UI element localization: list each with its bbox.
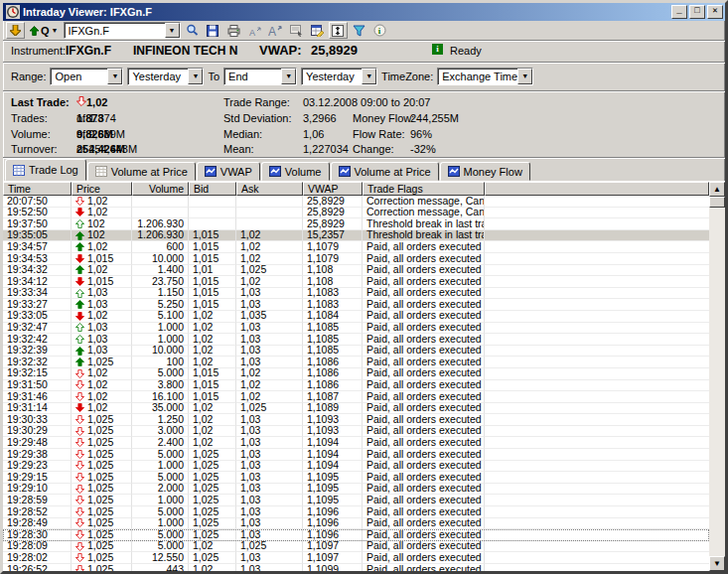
table-row[interactable]: 19:28:491,0251.0001,0251,031,1096Paid, a…: [3, 518, 709, 530]
titlebar[interactable]: Intraday Viewer: IFXGn.F _ □ ✕: [3, 3, 725, 21]
cell-ask: 1,03: [236, 437, 303, 449]
table-row[interactable]: 19:34:531,01510.0001,0151,021,1079Paid, …: [3, 253, 709, 265]
table-row[interactable]: 19:52:501,0225,8929Correction message, C…: [3, 208, 709, 219]
chevron-down-icon[interactable]: ▼: [517, 69, 532, 84]
column-header-vwap[interactable]: VWAP: [303, 182, 363, 196]
tab-volume[interactable]: Volume: [261, 162, 330, 181]
table-row[interactable]: 19:32:471,031.0001,021,031,1085Paid, all…: [3, 323, 709, 335]
filter-button[interactable]: [350, 22, 368, 39]
scrollbar-track[interactable]: [709, 208, 725, 556]
table-row[interactable]: 19:32:421,031.0001,021,031,1085Paid, all…: [3, 334, 709, 346]
quote-dropdown-arrow[interactable]: ▼: [52, 27, 59, 34]
cell-bid: 1,02: [189, 311, 236, 323]
quote-control[interactable]: Q ▼: [27, 22, 62, 39]
select-region-icon: [290, 25, 303, 37]
table-row[interactable]: 19:34:321,021.4001,011,0251,108Paid, all…: [3, 265, 709, 277]
table-row[interactable]: 19:31:461,0216.1001,0151,021,1087Paid, a…: [3, 391, 709, 403]
table-row[interactable]: 19:26:521,0254431,021,031,1099Paid, all …: [3, 564, 709, 571]
table-row[interactable]: 19:33:271,035.2501,0151,031,1083Paid, al…: [3, 299, 709, 311]
range-to-type-select[interactable]: End▼: [223, 68, 297, 85]
table-row[interactable]: 19:28:521,0255.0001,0251,031,1096Paid, a…: [3, 506, 709, 518]
cell-bid: 1,015: [189, 230, 236, 242]
print-button[interactable]: [224, 22, 243, 39]
table-row[interactable]: 19:29:381,0255.0001,0251,031,1094Paid, a…: [3, 449, 709, 461]
table-row[interactable]: 19:30:291,0253.0001,021,031,1093Paid, al…: [3, 426, 709, 438]
range-from-day-select[interactable]: Yesterday▼: [127, 68, 204, 85]
cell-bid: 1,015: [189, 253, 236, 265]
cell-trade-flags: Paid, all orders executed (b...: [363, 265, 485, 277]
vertical-scrollbar[interactable]: ▲ ▼: [709, 182, 725, 571]
scrollbar-thumb[interactable]: [709, 197, 725, 208]
table-row[interactable]: 19:33:341,031.1501,0151,031,1083Paid, al…: [3, 288, 709, 300]
column-header-trade-flags[interactable]: Trade Flags: [363, 182, 485, 196]
table-row[interactable]: 19:33:051,025.1001,021,0351,1084Paid, al…: [3, 311, 709, 323]
column-header-time[interactable]: Time: [3, 182, 72, 196]
close-button[interactable]: ✕: [707, 5, 723, 19]
table-row[interactable]: 19:31:141,0235.0001,021,0251,1089Paid, a…: [3, 403, 709, 415]
table-row[interactable]: 19:29:101,0252.0001,0251,031,1095Paid, a…: [3, 484, 709, 496]
font-decrease-button[interactable]: A: [245, 22, 264, 39]
table-row[interactable]: 19:29:151,0255.0001,0251,031,1095Paid, a…: [3, 472, 709, 484]
column-header-bid[interactable]: Bid: [189, 182, 236, 196]
info-button[interactable]: i: [370, 22, 389, 39]
table-row[interactable]: 19:34:121,01523.7501,0151,021,108Paid, a…: [3, 276, 709, 288]
table-row[interactable]: 19:32:151,025.0001,0151,021,1086Paid, al…: [3, 368, 709, 380]
edit-sheet-button[interactable]: [308, 22, 327, 39]
minimize-button[interactable]: _: [671, 5, 687, 19]
table-row[interactable]: 19:28:021,02512.5501,0251,031,1097Paid, …: [3, 552, 709, 564]
instrument-combobox[interactable]: IFXGn.F ▼: [64, 22, 181, 39]
cell-vwap: 1,108: [303, 265, 363, 277]
table-row[interactable]: 19:29:481,0252.4001,021,031,1094Paid, al…: [3, 437, 709, 449]
cell-bid: 1,015: [189, 299, 236, 311]
column-header-ask[interactable]: Ask: [236, 182, 303, 196]
range-from-type-select[interactable]: Open▼: [50, 68, 123, 85]
cell-volume: 16.100: [132, 391, 189, 403]
chevron-down-icon[interactable]: ▼: [107, 69, 122, 84]
scroll-up-button[interactable]: ▲: [709, 182, 725, 197]
cell-volume: [132, 196, 189, 208]
tab-volume-at-price[interactable]: Volume at Price: [87, 162, 196, 181]
cell-time: 19:30:29: [3, 426, 72, 438]
select-region-button[interactable]: [287, 22, 306, 39]
cell-bid: 1,025: [189, 518, 236, 530]
cell-ask: 1,03: [236, 552, 303, 564]
tab-vwap[interactable]: VWAP: [197, 162, 260, 181]
fit-rows-button[interactable]: [329, 22, 348, 39]
instrument-combobox-arrow[interactable]: ▼: [165, 23, 180, 38]
tab-money-flow[interactable]: Money Flow: [440, 162, 530, 181]
chevron-down-icon[interactable]: ▼: [188, 69, 203, 84]
maximize-button[interactable]: □: [689, 5, 705, 19]
font-increase-button[interactable]: A: [266, 22, 285, 39]
stat-value: 1,02: [76, 96, 86, 108]
cell-filler: [485, 368, 709, 380]
table-row[interactable]: 19:28:091,0255.0001,021,0251,1097Paid, a…: [3, 541, 709, 553]
table-row[interactable]: 19:37:501021.206.93025,8929Threshold bre…: [3, 218, 709, 230]
timezone-select[interactable]: Exchange Time▼: [437, 68, 533, 85]
search-button[interactable]: [183, 22, 202, 39]
scroll-down-button[interactable]: ▼: [709, 556, 725, 571]
table-row[interactable]: 19:34:571,026001,0151,021,1079Paid, all …: [3, 241, 709, 253]
table-row[interactable]: 19:30:331,0251.2501,021,031,1093Paid, al…: [3, 414, 709, 426]
stat-label: Median:: [223, 128, 262, 140]
tab-trade-log[interactable]: Trade Log: [5, 159, 86, 181]
chevron-down-icon[interactable]: ▼: [362, 69, 376, 84]
table-row[interactable]: 19:29:231,0251.0001,0251,031,1094Paid, a…: [3, 461, 709, 473]
chevron-down-icon[interactable]: ▼: [281, 69, 296, 84]
receive-data-button[interactable]: [6, 22, 25, 39]
table-row[interactable]: 19:32:321,0251001,021,031,1086Paid, all …: [3, 357, 709, 368]
table-row[interactable]: 19:32:391,0310.0001,021,031,1085Paid, al…: [3, 346, 709, 358]
table-row[interactable]: 19:28:301,0255.0001,0251,031,1096Paid, a…: [3, 529, 709, 541]
cell-bid: 1,025: [189, 495, 236, 506]
save-button[interactable]: [204, 22, 222, 39]
table-row[interactable]: 19:28:591,0251.0001,0251,031,1095Paid, a…: [3, 495, 709, 506]
column-header-price[interactable]: Price: [72, 182, 132, 196]
cell-price: 1,03: [72, 323, 132, 335]
table-row[interactable]: 19:35:051021.206.9301,0151,0215,2357Thre…: [3, 230, 709, 242]
cell-filler: [485, 461, 709, 473]
range-to-day-select[interactable]: Yesterday▼: [301, 68, 377, 85]
column-header-volume[interactable]: Volume: [132, 182, 189, 196]
tab-volume-at-price[interactable]: Volume at Price: [331, 162, 439, 181]
table-row[interactable]: 19:31:501,023.8001,0151,021,1086Paid, al…: [3, 380, 709, 392]
table-row[interactable]: 20:07:501,0225,8929Correction message, C…: [3, 196, 709, 208]
cell-vwap: 15,2357: [303, 230, 363, 242]
